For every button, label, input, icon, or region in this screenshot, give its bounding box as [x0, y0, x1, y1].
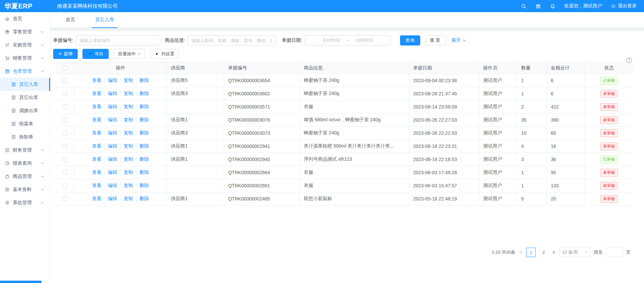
amount-cell: 95 — [547, 166, 585, 179]
edit-link[interactable]: 编辑 — [105, 183, 117, 189]
export-button[interactable]: 导出 — [82, 49, 109, 59]
operator-cell: 测试用户 — [479, 179, 517, 192]
doc-no-input[interactable] — [76, 35, 160, 45]
prev-page-button[interactable]: < — [519, 250, 523, 255]
sidebar-item-other-outbound[interactable]: 其它出库 — [0, 91, 50, 104]
search-button[interactable]: 查询 — [400, 35, 420, 45]
amount-cell: 6 — [547, 74, 585, 87]
copy-link[interactable]: 复制 — [120, 143, 133, 149]
delete-link[interactable]: 删除 — [136, 77, 149, 84]
view-link[interactable]: 查看 — [92, 156, 102, 162]
view-link[interactable]: 查看 — [92, 183, 102, 189]
sidebar-item-assembly-order[interactable]: 组装单 — [0, 117, 50, 130]
delete-link[interactable]: 删除 — [136, 183, 149, 189]
row-checkbox[interactable] — [63, 144, 67, 149]
gear-icon — [154, 52, 159, 56]
sidebar-item-disassembly-order[interactable]: 拆卸单 — [0, 130, 50, 144]
jump-page-input[interactable] — [606, 248, 623, 257]
view-link[interactable]: 查看 — [92, 104, 102, 110]
help-icon[interactable]: ? — [626, 57, 632, 63]
sidebar-item-sales[interactable]: 销售管理 — [0, 52, 50, 65]
edit-link[interactable]: 编辑 — [105, 77, 117, 84]
sidebar-item-other-inbound[interactable]: 其它入库 — [0, 78, 50, 91]
copy-link[interactable]: 复制 — [120, 91, 133, 97]
view-link[interactable]: 查看 — [92, 117, 102, 123]
delete-link[interactable]: 删除 — [136, 130, 149, 136]
date-cell: 2023-06-18 22:18:53 — [409, 153, 479, 166]
view-link[interactable]: 查看 — [92, 143, 102, 149]
edit-link[interactable]: 编辑 — [105, 156, 117, 162]
copy-link[interactable]: 复制 — [120, 156, 133, 162]
page-1-button[interactable]: 1 — [526, 248, 536, 257]
view-link[interactable]: 查看 — [92, 196, 102, 202]
row-checkbox[interactable] — [63, 131, 67, 135]
edit-link[interactable]: 编辑 — [105, 143, 117, 149]
sidebar-item-finance[interactable]: 财务管理 — [0, 144, 50, 157]
bank-icon[interactable] — [535, 3, 541, 9]
date-range-input[interactable]: 开始时间 ~ 结束时间 — [305, 35, 391, 45]
copy-link[interactable]: 复制 — [120, 117, 133, 123]
tab-home[interactable]: 首页 — [62, 12, 78, 28]
table-row: 查看 编辑 复制 删除 供应商1 QTRK00000002941 美汁源果粒橙 … — [56, 140, 633, 153]
row-actions: 查看 编辑 复制 删除 — [74, 114, 167, 126]
sidebar-item-reports[interactable]: 报表查询 — [0, 157, 50, 170]
copy-link[interactable]: 复制 — [120, 169, 133, 176]
row-checkbox[interactable] — [63, 170, 67, 175]
sidebar-item-label: 首页 — [13, 16, 22, 22]
delete-link[interactable]: 删除 — [136, 156, 149, 162]
reset-button[interactable]: 重置 — [425, 35, 446, 45]
add-button[interactable]: + 新增 — [53, 49, 78, 59]
copy-link[interactable]: 复制 — [120, 183, 133, 189]
batch-actions-button[interactable]: 批量操作 — [113, 49, 145, 59]
sidebar-item-transfer-outbound[interactable]: 调拨出库 — [0, 104, 50, 117]
copy-link[interactable]: 复制 — [120, 104, 133, 110]
delete-link[interactable]: 删除 — [136, 91, 149, 97]
search-icon[interactable] — [521, 3, 527, 9]
sidebar-item-system[interactable]: 系统管理 — [0, 196, 50, 209]
delete-link[interactable]: 删除 — [136, 196, 149, 202]
product-info-input[interactable] — [188, 35, 276, 45]
delete-link[interactable]: 删除 — [136, 104, 149, 110]
delete-link[interactable]: 删除 — [136, 143, 149, 149]
bell-icon[interactable] — [550, 3, 556, 9]
product-info-label: 商品信息: — [165, 37, 185, 43]
page-2-button[interactable]: 2 — [539, 248, 548, 257]
logout-button[interactable]: 退出登录 — [611, 3, 637, 9]
edit-link[interactable]: 编辑 — [105, 169, 117, 176]
sidebar-item-retail[interactable]: 零售管理 — [0, 25, 50, 38]
sidebar-item-basic-data[interactable]: 基本资料 — [0, 183, 50, 196]
sidebar-item-home[interactable]: 首页 — [0, 12, 50, 25]
row-checkbox[interactable] — [63, 183, 67, 188]
row-checkbox[interactable] — [63, 196, 67, 201]
row-actions: 查看 编辑 复制 删除 — [74, 166, 167, 179]
edit-link[interactable]: 编辑 — [105, 104, 117, 110]
view-link[interactable]: 查看 — [92, 77, 102, 84]
sidebar-item-warehouse[interactable]: 仓库管理 — [0, 65, 50, 78]
row-checkbox[interactable] — [63, 104, 67, 109]
column-settings-button[interactable]: 列设置 — [150, 49, 179, 59]
view-link[interactable]: 查看 — [92, 91, 102, 97]
view-link[interactable]: 查看 — [92, 169, 102, 176]
select-all-checkbox[interactable] — [63, 66, 67, 70]
row-checkbox[interactable] — [63, 118, 67, 122]
edit-link[interactable]: 编辑 — [105, 117, 117, 123]
view-link[interactable]: 查看 — [92, 130, 102, 136]
delete-link[interactable]: 删除 — [136, 117, 149, 123]
delete-link[interactable]: 删除 — [136, 169, 149, 176]
sidebar-item-goods[interactable]: 商品管理 — [0, 170, 50, 183]
page-size-select[interactable]: 10 条/页 — [559, 248, 591, 257]
tab-other-inbound[interactable]: 其它入库 — [92, 12, 117, 28]
edit-link[interactable]: 编辑 — [105, 130, 117, 136]
row-checkbox[interactable] — [63, 91, 67, 96]
page-size-label: 10 条/页 — [562, 249, 578, 255]
edit-link[interactable]: 编辑 — [105, 91, 117, 97]
next-page-button[interactable]: > — [552, 250, 556, 255]
expand-link[interactable]: 展开 — [452, 37, 465, 43]
row-checkbox[interactable] — [63, 78, 67, 83]
copy-link[interactable]: 复制 — [120, 77, 133, 84]
copy-link[interactable]: 复制 — [120, 130, 133, 136]
edit-link[interactable]: 编辑 — [105, 196, 117, 202]
row-checkbox[interactable] — [63, 157, 67, 162]
copy-link[interactable]: 复制 — [120, 196, 133, 202]
sidebar-item-purchase[interactable]: 采购管理 — [0, 38, 50, 52]
